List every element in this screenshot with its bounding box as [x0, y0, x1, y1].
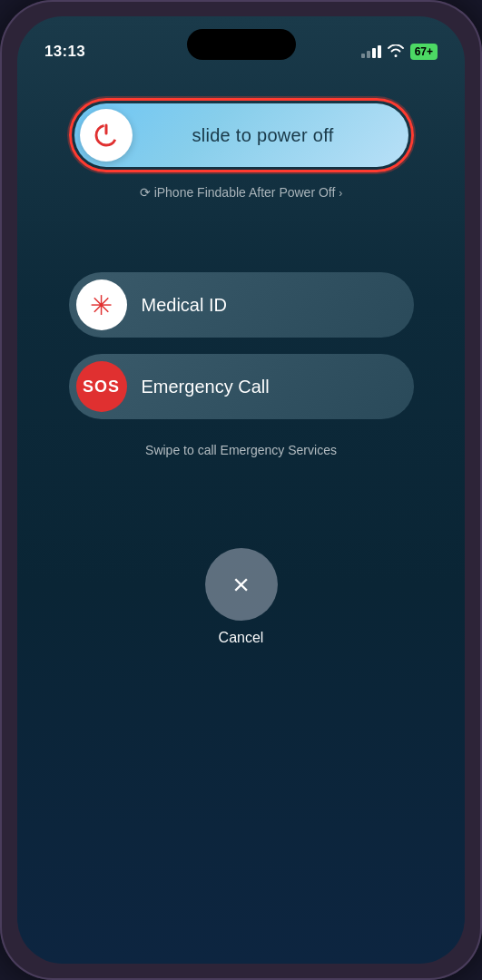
medical-id-button[interactable]: ✳ Medical ID: [69, 272, 414, 338]
findable-icon: ⟳: [140, 185, 151, 200]
status-time: 13:13: [44, 43, 85, 61]
medical-id-icon-bg: ✳: [76, 279, 127, 330]
battery-level: 67+: [415, 45, 433, 58]
findable-text[interactable]: ⟳ iPhone Findable After Power Off ›: [140, 185, 343, 200]
main-content: slide to power off ⟳ iPhone Findable Aft…: [17, 71, 465, 964]
battery-icon: 67+: [410, 44, 438, 60]
buttons-section: ✳ Medical ID SOS Emergency Call Swipe to…: [44, 272, 438, 457]
phone-screen: 13:13 67+: [17, 16, 465, 964]
power-icon: [92, 121, 121, 150]
power-slider-highlight: slide to power off: [69, 98, 414, 172]
power-slider[interactable]: slide to power off: [74, 103, 408, 167]
cancel-label: Cancel: [219, 630, 264, 646]
emergency-call-label: Emergency Call: [142, 377, 270, 397]
status-icons: 67+: [361, 44, 438, 60]
signal-icon: [361, 45, 381, 58]
findable-arrow: ›: [339, 187, 342, 200]
wifi-icon: [388, 44, 404, 60]
swipe-hint: Swipe to call Emergency Services: [145, 443, 337, 457]
power-slider-wrapper: slide to power off: [69, 98, 414, 172]
findable-label: iPhone Findable After Power Off: [154, 185, 336, 200]
cancel-section: × Cancel: [205, 548, 278, 646]
power-thumb: [80, 109, 133, 162]
cancel-button[interactable]: ×: [205, 548, 278, 621]
dynamic-island: [187, 29, 296, 60]
sos-icon: SOS: [83, 377, 120, 397]
medical-star-icon: ✳: [90, 289, 113, 321]
cancel-icon: ×: [232, 570, 250, 599]
emergency-call-button[interactable]: SOS Emergency Call: [69, 354, 414, 419]
sos-icon-bg: SOS: [76, 361, 127, 412]
medical-id-label: Medical ID: [142, 295, 227, 316]
phone-frame: 13:13 67+: [0, 0, 482, 980]
power-slider-label: slide to power off: [133, 125, 403, 146]
